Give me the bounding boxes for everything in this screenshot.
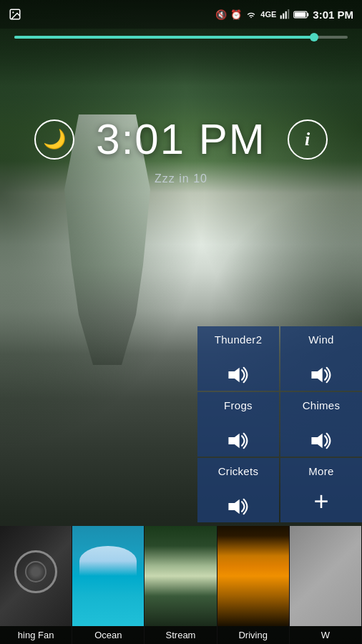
svg-marker-10: [311, 368, 322, 382]
thumb-label-fan: hing Fan: [0, 626, 72, 644]
thumb-img-ocean: [72, 526, 144, 626]
thumb-label-w: W: [290, 626, 361, 644]
thumb-img-stream: [145, 526, 216, 626]
thumb-item-stream[interactable]: Stream: [145, 526, 217, 644]
svg-marker-9: [228, 368, 239, 382]
network-label: 4GE: [260, 10, 276, 19]
sound-label-frogs: Frogs: [224, 399, 253, 411]
sound-label-more: More: [308, 465, 333, 477]
status-left-icons: [9, 8, 21, 21]
clock-time: 3:01 PM: [96, 114, 265, 164]
thumb-img-fan: [0, 526, 72, 626]
info-button[interactable]: i: [288, 119, 328, 160]
svg-marker-12: [311, 434, 322, 448]
clock-area: 🌙 3:01 PM i Zzz in 10: [0, 114, 362, 185]
svg-rect-4: [285, 11, 287, 19]
svg-marker-11: [228, 434, 239, 448]
thumb-label-stream: Stream: [145, 626, 216, 644]
sound-tile-thunder2[interactable]: Thunder2: [197, 326, 279, 391]
thumb-item-fan[interactable]: hing Fan: [0, 526, 72, 644]
status-bar: 🔇 ⏰ 4GE 3:01 PM: [0, 0, 362, 29]
svg-marker-13: [228, 499, 239, 514]
svg-rect-2: [280, 15, 282, 19]
thumb-item-w[interactable]: W: [290, 526, 362, 644]
svg-rect-3: [283, 14, 284, 19]
sound-label-crickets: Crickets: [218, 465, 259, 477]
sound-tile-chimes[interactable]: Chimes: [280, 392, 362, 457]
thumb-item-ocean[interactable]: Ocean: [72, 526, 145, 644]
thumb-label-ocean: Ocean: [72, 626, 144, 644]
speaker-icon-thunder2: [226, 365, 250, 385]
thumb-label-driving: Driving: [217, 626, 289, 644]
battery-icon: [293, 10, 309, 19]
thumb-img-driving: [217, 526, 289, 626]
svg-point-1: [12, 11, 14, 13]
zzz-label: Zzz in 10: [155, 172, 207, 185]
moon-icon: 🌙: [43, 128, 66, 150]
thumb-img-w: [290, 526, 361, 626]
thumb-item-driving[interactable]: Driving: [217, 526, 290, 644]
sound-grid: Thunder2 Wind Frogs Chimes: [197, 326, 362, 522]
fan-icon: [14, 550, 57, 593]
progress-bar-fill: [14, 36, 314, 39]
speaker-icon-frogs: [226, 431, 250, 451]
speaker-icon-wind: [309, 365, 333, 385]
speaker-icon-chimes: [309, 431, 333, 451]
fan-inner: [25, 561, 47, 582]
sound-tile-frogs[interactable]: Frogs: [197, 392, 279, 457]
status-time: 3:01 PM: [313, 9, 353, 21]
cloud: [79, 546, 137, 576]
sound-label-wind: Wind: [308, 333, 333, 346]
volume-icon: 🔇: [215, 9, 227, 20]
thumbnail-strip: hing Fan Ocean Stream Driving W: [0, 526, 362, 644]
svg-rect-7: [307, 13, 308, 16]
alarm-icon: ⏰: [230, 9, 242, 20]
wifi-icon: [245, 9, 257, 19]
progress-bar-container[interactable]: [14, 36, 348, 39]
sound-label-thunder2: Thunder2: [215, 333, 263, 346]
sound-label-chimes: Chimes: [303, 399, 341, 411]
sound-tile-more[interactable]: More +: [280, 458, 362, 522]
status-icons: 🔇 ⏰ 4GE 3:01 PM: [215, 9, 353, 21]
moon-button[interactable]: 🌙: [34, 119, 74, 160]
plus-icon: +: [313, 487, 328, 517]
gallery-icon: [9, 8, 21, 21]
clock-row: 🌙 3:01 PM i: [0, 114, 362, 164]
sound-tile-wind[interactable]: Wind: [280, 326, 362, 391]
sound-tile-crickets[interactable]: Crickets: [197, 458, 279, 522]
signal-icon: [280, 9, 290, 19]
svg-rect-5: [288, 9, 289, 19]
svg-rect-8: [295, 12, 305, 17]
speaker-icon-crickets: [226, 497, 250, 517]
info-icon: i: [305, 129, 310, 150]
